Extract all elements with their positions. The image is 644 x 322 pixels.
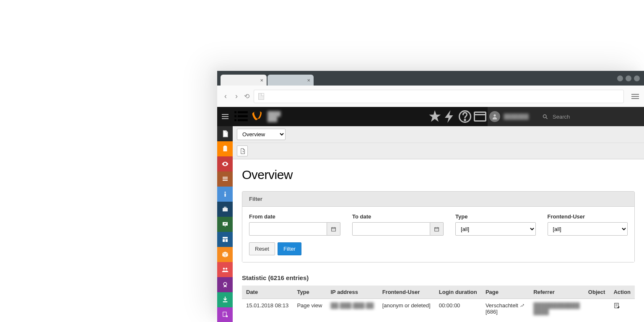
svg-rect-14 [224, 146, 226, 147]
main-content: Overview Overview Filter From date [233, 126, 644, 322]
type-label: Type [455, 213, 536, 220]
cell-page: Verschachtelt [686] [481, 299, 529, 319]
sidebar-export-icon[interactable] [217, 307, 233, 322]
window-minimize[interactable] [617, 75, 623, 81]
col-object: Object [584, 286, 610, 299]
sidebar-download-icon[interactable] [217, 292, 233, 307]
to-date-calendar-icon[interactable] [430, 222, 444, 236]
cell-referrer: ████████████████ [529, 299, 584, 319]
cell-object [584, 299, 610, 319]
sidebar-info-icon[interactable] [217, 187, 233, 202]
tab-close-icon[interactable]: × [260, 77, 263, 83]
typo3-logo [252, 110, 264, 123]
sidebar-briefcase-icon[interactable] [217, 202, 233, 217]
window-close[interactable] [634, 75, 640, 81]
sidebar-template-icon[interactable] [217, 232, 233, 247]
reset-button[interactable]: Reset [249, 242, 275, 255]
app-topbar: ███████ ███████ [217, 107, 644, 126]
col-login-duration: Login duration [435, 286, 481, 299]
svg-rect-1 [238, 111, 248, 113]
sidebar-toggle[interactable] [217, 107, 233, 126]
to-date-input[interactable] [352, 222, 430, 236]
svg-rect-37 [435, 227, 439, 231]
filter-panel: Filter From date [242, 191, 635, 262]
sidebar-users-icon[interactable] [217, 262, 233, 277]
cell-date: 15.01.2018 08:13 [242, 299, 293, 319]
flash-icon[interactable] [442, 109, 457, 124]
svg-rect-27 [225, 239, 227, 242]
export-csv-button[interactable] [237, 145, 248, 156]
sidebar-list-icon[interactable] [217, 171, 233, 187]
svg-rect-3 [238, 115, 248, 117]
forward-button[interactable]: › [233, 92, 240, 101]
col-date: Date [242, 286, 293, 299]
edit-action-icon[interactable] [613, 304, 621, 311]
from-date-input[interactable] [249, 222, 327, 236]
user-avatar-icon [489, 111, 500, 122]
back-button[interactable]: ‹ [222, 92, 229, 101]
type-select[interactable]: [all] [455, 222, 536, 236]
sidebar-presentation-icon[interactable] [217, 217, 233, 232]
user-name: ███████ [504, 114, 529, 119]
search-area[interactable] [535, 107, 644, 126]
fe-user-select[interactable]: [all] [548, 222, 628, 236]
svg-rect-32 [223, 312, 226, 317]
svg-line-12 [546, 117, 547, 119]
window-maximize[interactable] [626, 75, 631, 81]
browser-menu-icon[interactable] [631, 94, 639, 99]
module-list-icon[interactable] [233, 109, 249, 125]
tab-close-icon[interactable]: × [307, 77, 310, 83]
statistics-title: Statistic (6216 entries) [242, 274, 635, 281]
sidebar-clipboard-icon[interactable] [217, 141, 233, 156]
filter-panel-header: Filter [242, 192, 634, 207]
svg-rect-25 [223, 237, 228, 239]
svg-rect-18 [223, 180, 228, 181]
svg-rect-16 [223, 177, 228, 178]
browser-tab-inactive[interactable]: × [267, 75, 314, 86]
view-toolbar: Overview [233, 126, 644, 143]
svg-rect-13 [223, 146, 227, 151]
help-icon[interactable] [457, 109, 473, 124]
col-action: Action [609, 286, 635, 299]
page-icon [258, 93, 264, 100]
cell-ip: ██.███.███.██ [327, 299, 378, 319]
svg-rect-0 [234, 111, 236, 113]
browser-window: × × ‹ › ⟲ ███████ [217, 71, 644, 322]
col-referrer: Referrer [529, 286, 584, 299]
sidebar-medal-icon[interactable] [217, 277, 233, 292]
svg-rect-19 [224, 194, 226, 197]
col-page: Page [481, 286, 529, 299]
module-sidebar [217, 126, 233, 322]
sidebar-box-icon[interactable] [217, 247, 233, 262]
browser-toolbar: ‹ › ⟲ [217, 86, 644, 107]
svg-rect-33 [332, 227, 336, 231]
svg-point-30 [223, 283, 227, 286]
svg-point-7 [465, 119, 465, 120]
fe-user-label: Frontend-User [548, 213, 628, 220]
sidebar-view-icon[interactable] [217, 156, 233, 171]
url-bar[interactable] [254, 90, 624, 103]
browser-tab-active[interactable]: × [221, 75, 267, 86]
bookmark-icon[interactable] [427, 109, 442, 124]
svg-rect-31 [223, 301, 227, 302]
svg-rect-4 [234, 119, 236, 121]
browser-tabs-bar: × × [217, 71, 644, 86]
brand-text: ███████ [267, 111, 280, 122]
application-icon[interactable] [473, 109, 488, 124]
reload-button[interactable]: ⟲ [244, 92, 249, 100]
page-title: Overview [242, 168, 635, 182]
filter-button[interactable]: Filter [278, 242, 301, 255]
cell-action[interactable] [609, 299, 635, 319]
from-date-calendar-icon[interactable] [327, 222, 340, 236]
table-row: 15.01.2018 08:13 Page view ██.███.███.██… [242, 299, 635, 319]
svg-rect-5 [238, 119, 248, 121]
user-menu[interactable]: ███████ [488, 107, 535, 126]
search-input[interactable] [553, 114, 636, 120]
svg-point-11 [543, 114, 547, 118]
svg-point-10 [494, 114, 496, 117]
sidebar-page-icon[interactable] [217, 126, 233, 141]
from-date-label: From date [249, 213, 340, 220]
window-controls [617, 75, 640, 81]
view-select[interactable]: Overview [237, 129, 286, 140]
svg-rect-22 [224, 207, 226, 208]
